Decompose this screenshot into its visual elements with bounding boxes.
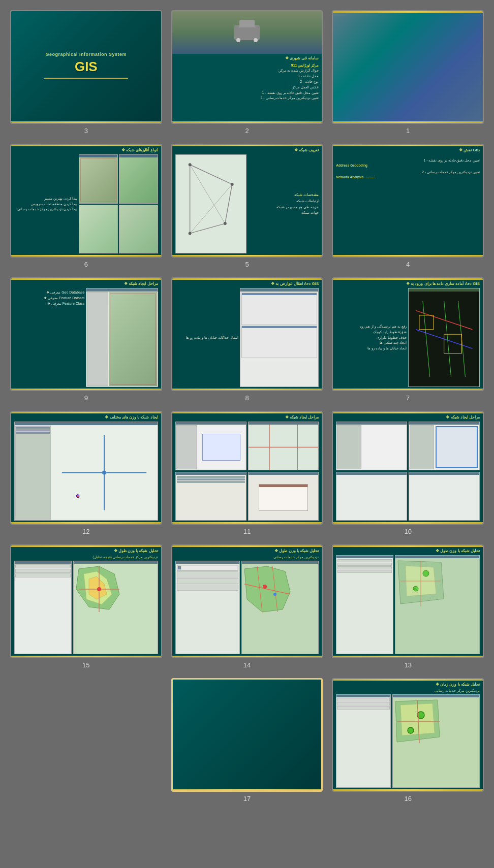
slide9-header: مراحل ایجاد شبکه ❖ <box>14 281 158 286</box>
svg-point-45 <box>413 586 418 591</box>
slide-17[interactable] <box>171 678 323 792</box>
slide-number-10: 10 <box>404 528 411 535</box>
slide15-header: تحلیل شبکه با وزن طول ❖ <box>14 549 158 553</box>
slide-number-7: 7 <box>406 394 410 402</box>
slide-container-2: سامانه فی شهری ❖ مرکز اورژانس 911 جوال گ… <box>171 10 323 135</box>
slide-12[interactable]: ایجاد شبکه با وزن های مختلف ❖ <box>10 411 162 525</box>
slide13-header: تحلیل شبکه با وزن طول ❖ <box>336 549 480 553</box>
slide-container-9: مراحل ایجاد شبکه ❖ Geo Database معرفی ❖ … <box>10 277 162 402</box>
slide6-line2: پیدا کردن منطقه تحت سرویس <box>14 202 77 207</box>
slide2-line4: نوع حادثه - 2 <box>175 79 319 84</box>
slide-container-1: 1 <box>332 10 484 135</box>
svg-point-9 <box>223 222 226 225</box>
slide-4[interactable]: GIS نقش ❖ تعیین محل دقیق حادثه بر روی نق… <box>332 144 484 258</box>
slide4-line1: تعیین محل دقیق حادثه بر روی نقشه - 1 <box>336 158 480 163</box>
slide-container-empty <box>10 678 162 802</box>
slide-3[interactable]: Geographical Information System GIS <box>10 10 162 124</box>
slide-number-2: 2 <box>245 127 249 135</box>
svg-point-40 <box>273 593 276 596</box>
slide14-subheader: نزدیکترین مرکز خدمات رسانی <box>175 555 319 559</box>
slide-number-14: 14 <box>243 661 251 669</box>
slide5-line2: هزینه طی هر مسیر در شبکه <box>249 205 319 210</box>
svg-point-7 <box>188 163 191 166</box>
slide9-line2: Feature Dataset معرفی ❖ <box>14 296 84 301</box>
slide-15[interactable]: تحلیل شبکه با وزن طول ❖ نزدیکترین مرکز خ… <box>10 544 162 658</box>
slide-container-6: انواع آنالیزهای شبکه ❖ پیدا کردن بهترین … <box>10 144 162 268</box>
slide-number-13: 13 <box>404 661 411 669</box>
slide7-line1: رفع به هم نرسیدگی و از هم رود <box>336 324 406 329</box>
svg-point-33 <box>97 587 101 591</box>
slide11-header: مراحل ایجاد شبکه ❖ <box>175 415 319 420</box>
slide-container-4: GIS نقش ❖ تعیین محل دقیق حادثه بر روی نق… <box>332 144 484 268</box>
slide-10[interactable]: مراحل ایجاد شبکه ❖ <box>332 411 484 525</box>
slide2-line1: مرکز اورژانس 911 <box>175 63 319 68</box>
slide-6[interactable]: انواع آنالیزهای شبکه ❖ پیدا کردن بهترین … <box>10 144 162 258</box>
slide-number-4: 4 <box>406 261 410 268</box>
slide5-header: تعریف شبکه ❖ <box>175 148 319 152</box>
slide-number-3: 3 <box>84 127 88 135</box>
slide8-header: Arc GIS انتقال عوارض به ❖ <box>175 281 319 286</box>
slide-number-8: 8 <box>245 394 249 402</box>
slide10-header: مراحل ایجاد شبکه ❖ <box>336 415 480 420</box>
svg-point-22 <box>76 495 79 498</box>
slide-16[interactable]: تحلیل شبکه با وزن زمان ❖ نزدیکترین مرکز … <box>332 678 484 792</box>
slide15-subheader: نزدیکترین مرکز خدمات رسانی (نتیجه تحلیل) <box>14 555 158 559</box>
slide-number-12: 12 <box>82 528 89 535</box>
slide7-line2: شق/خطوط زاید کوچک <box>336 330 406 335</box>
svg-line-11 <box>416 310 472 329</box>
slide7-line5: ایجاد خیابان ها و پیاده رو ها <box>336 346 406 351</box>
slide6-header: انواع آنالیزهای شبکه ❖ <box>14 148 158 152</box>
slide2-header: سامانه فی شهری ❖ <box>175 56 319 60</box>
slide-container-7: Arc GIS آماده سازی داده ها برای ورود به … <box>332 277 484 402</box>
slide-13[interactable]: تحلیل شبکه با وزن طول ❖ <box>332 544 484 658</box>
slide-number-17: 17 <box>243 795 251 802</box>
svg-point-39 <box>263 585 267 589</box>
svg-point-8 <box>230 183 233 186</box>
slide-container-3: Geographical Information System GIS 3 <box>10 10 162 135</box>
slide-9[interactable]: مراحل ایجاد شبکه ❖ Geo Database معرفی ❖ … <box>10 277 162 391</box>
slide-container-8: Arc GIS انتقال عوارض به ❖ انتقال جداکانه… <box>171 277 323 402</box>
svg-rect-0 <box>176 155 246 253</box>
slide2-line6: تعیین محل دقیق حادثه بر روی نقشه - 1 <box>175 90 319 95</box>
slide6-line3: پیدا کردن نزدیکترین مرکز خدمات رسانی <box>14 207 77 212</box>
slide2-line2: جوال گزارش شده به مرکز: <box>175 68 319 73</box>
gis-gold-bar <box>44 78 128 79</box>
slide-14[interactable]: تحلیل شبکه با وزن طول ❖ نزدیکترین مرکز خ… <box>171 544 323 658</box>
slide4-geocoding: Address Geocoding <box>336 164 480 167</box>
slide-number-16: 16 <box>404 795 411 802</box>
slide-number-1: 1 <box>406 127 410 135</box>
svg-point-52 <box>408 727 414 733</box>
slide16-subheader: نزدیکترین مرکز خدمات رسانی <box>336 689 480 693</box>
slide-container-15: تحلیل شبکه با وزن طول ❖ نزدیکترین مرکز خ… <box>10 544 162 669</box>
slide-5[interactable]: تعریف شبکه ❖ <box>171 144 323 258</box>
slide16-header: تحلیل شبکه با وزن زمان ❖ <box>336 682 480 687</box>
slide-container-10: مراحل ایجاد شبکه ❖ <box>332 411 484 535</box>
gis-subtitle: Geographical Information System <box>46 52 127 57</box>
slide-number-6: 6 <box>84 261 88 268</box>
svg-line-13 <box>423 301 430 377</box>
slide4-network: Network Analysis ........... <box>336 175 480 179</box>
slide-2[interactable]: سامانه فی شهری ❖ مرکز اورژانس 911 جوال گ… <box>171 10 323 124</box>
slide9-line3: Feature Class معرفی ❖ <box>14 301 84 306</box>
slide-7[interactable]: Arc GIS آماده سازی داده ها برای ورود به … <box>332 277 484 391</box>
slide2-line3: محل حادثه - 1 <box>175 74 319 79</box>
slide5-line1: ارتباطات شبکه <box>249 199 319 204</box>
slide-container-5: تعریف شبکه ❖ <box>171 144 323 268</box>
slide7-line4: ایجاد چند ضلعی ها <box>336 340 406 345</box>
slide-11[interactable]: مراحل ایجاد شبکه ❖ <box>171 411 323 525</box>
slide-number-9: 9 <box>84 394 88 402</box>
slides-grid: Geographical Information System GIS 3 سا… <box>10 10 484 802</box>
slide-1[interactable] <box>332 10 484 124</box>
slide-container-16: تحلیل شبکه با وزن زمان ❖ نزدیکترین مرکز … <box>332 678 484 802</box>
slide-8[interactable]: Arc GIS انتقال عوارض به ❖ انتقال جداکانه… <box>171 277 323 391</box>
svg-point-10 <box>188 232 191 235</box>
slide4-header: GIS نقش ❖ <box>336 148 480 152</box>
slide9-line1: Geo Database معرفی ❖ <box>14 290 84 295</box>
slide5-subheader: مشخصات شبکه <box>249 192 319 198</box>
gis-title: GIS <box>75 59 98 75</box>
slide2-line5: عکس العمل مرکز: <box>175 85 319 90</box>
svg-point-21 <box>102 470 106 474</box>
slide14-header: تحلیل شبکه با وزن طول ❖ <box>175 549 319 553</box>
slide-number-11: 11 <box>243 528 251 535</box>
slide-number-5: 5 <box>245 261 249 268</box>
